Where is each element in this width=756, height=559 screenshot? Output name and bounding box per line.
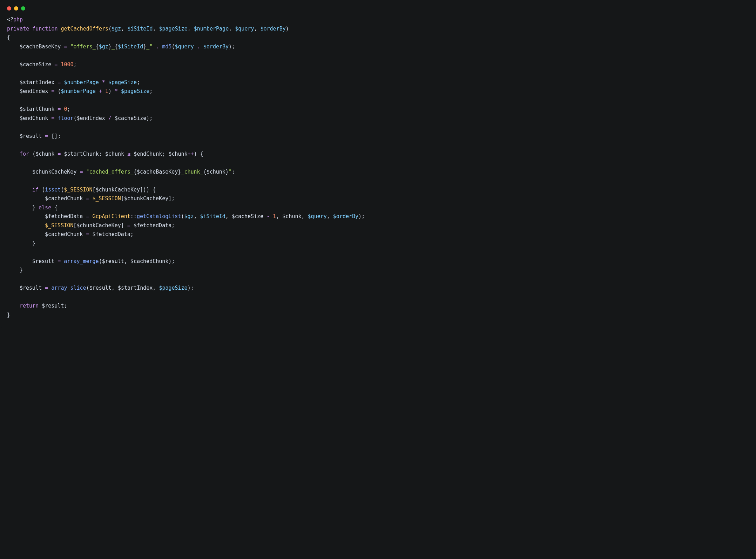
code-token: getCachedOffers	[61, 26, 108, 32]
code-token: (	[61, 187, 64, 193]
code-token: $numberPage	[194, 26, 229, 32]
code-token: (	[74, 115, 77, 121]
code-line: $startIndex = $numberPage * $pageSize;	[7, 78, 749, 87]
code-token: $orderBy	[203, 43, 229, 50]
code-token: $gz	[99, 43, 108, 50]
code-token: =	[54, 79, 64, 86]
code-token: "offers_	[70, 43, 96, 50]
minimize-icon[interactable]	[14, 6, 18, 11]
code-line: $endChunk = floor($endIndex / $cacheSize…	[7, 114, 749, 123]
code-token: }	[20, 267, 23, 273]
code-line: $result = [];	[7, 132, 749, 141]
code-token: array_slice	[51, 285, 86, 291]
code-token: ,	[276, 213, 282, 220]
code-token: }	[7, 312, 10, 318]
code-token: $gz	[184, 213, 194, 220]
code-line: }	[7, 239, 749, 248]
code-line: {	[7, 33, 749, 42]
code-token: $result	[42, 303, 64, 309]
code-token: md5	[162, 43, 171, 50]
code-token: ;	[99, 151, 105, 157]
code-token: ≤	[124, 151, 134, 157]
code-token: $chunkCacheKey	[124, 195, 168, 202]
code-token: $iSiteId	[118, 43, 143, 50]
code-token: ;	[232, 169, 235, 175]
code-token: =	[83, 213, 92, 220]
close-icon[interactable]	[7, 6, 11, 11]
code-token: (	[42, 187, 45, 193]
code-line	[7, 96, 749, 105]
code-token: {	[134, 169, 137, 175]
code-token: $pageSize	[108, 79, 137, 86]
code-token: $cacheSize	[232, 213, 263, 220]
code-token: )	[143, 187, 146, 193]
code-token: $gz	[112, 26, 121, 32]
code-line: } else {	[7, 203, 749, 213]
code-token: GcpApiClient	[92, 213, 130, 220]
code-line: $_SESSION[$chunkCacheKey] = $fetchedData…	[7, 221, 749, 230]
code-line: return $result;	[7, 302, 749, 311]
code-token: else	[39, 204, 51, 211]
code-token: $numberPage	[61, 88, 95, 94]
code-line: $result = array_merge($result, $cachedCh…	[7, 257, 749, 266]
code-token: $query	[175, 43, 194, 50]
code-token: =	[61, 43, 70, 50]
code-token: $cachedChunk	[130, 258, 168, 264]
code-line	[7, 248, 749, 257]
code-token: ,	[229, 26, 235, 32]
code-token: {	[203, 169, 207, 175]
code-line	[7, 141, 749, 150]
code-token: (	[172, 43, 175, 50]
code-token: $startChunk	[20, 106, 54, 112]
code-token: =	[51, 61, 61, 68]
code-token: ;	[64, 303, 67, 309]
code-token: {	[96, 43, 99, 50]
code-token: $endChunk	[134, 151, 162, 157]
code-token: $cachedChunk	[45, 231, 83, 237]
code-line	[7, 176, 749, 186]
code-token: }	[32, 204, 35, 211]
code-token: =	[54, 258, 64, 264]
window-titlebar	[0, 0, 756, 14]
code-token: if	[32, 187, 39, 193]
code-line: $endIndex = ($numberPage + 1) * $pageSiz…	[7, 87, 749, 96]
code-line: for ($chunk = $startChunk; $chunk ≤ $end…	[7, 150, 749, 159]
code-token: $_SESSION	[64, 187, 92, 193]
code-token: $pageSize	[121, 88, 149, 94]
code-token: for	[20, 151, 29, 157]
code-token: =	[54, 151, 64, 157]
code-token: =	[83, 231, 92, 237]
code-token: ;	[171, 222, 175, 229]
code-token: $startIndex	[118, 285, 153, 291]
zoom-icon[interactable]	[21, 6, 25, 11]
code-token: ;	[362, 213, 365, 220]
code-token: $result	[20, 285, 42, 291]
code-token: _chunk_	[181, 169, 203, 175]
code-token: ,	[121, 26, 127, 32]
code-token: ;	[149, 115, 153, 121]
code-token: $pageSize	[159, 285, 187, 291]
code-token: )	[146, 187, 149, 193]
code-token: $cacheSize	[115, 115, 146, 121]
code-token: )	[108, 88, 112, 94]
code-token: $orderBy	[261, 26, 286, 32]
code-token: php	[13, 16, 23, 23]
code-line: $fetchedData = GcpApiClient::getCatalogL…	[7, 212, 749, 221]
code-token: _"	[146, 43, 153, 50]
code-token: =	[54, 106, 64, 112]
code-token: return	[20, 303, 39, 309]
code-token: "	[229, 169, 232, 175]
code-token: $query	[308, 213, 327, 220]
code-token: }	[225, 169, 229, 175]
code-token: {	[200, 151, 203, 157]
code-editor[interactable]: <?phpprivate function getCachedOffers($g…	[0, 14, 756, 328]
code-token: (	[108, 26, 112, 32]
code-token: [	[121, 195, 124, 202]
code-token: )	[194, 151, 197, 157]
code-token: ,	[225, 213, 232, 220]
code-token: ]	[121, 222, 124, 229]
code-line: $cacheSize = 1000;	[7, 60, 749, 69]
code-token: $chunk	[105, 151, 124, 157]
code-token: )	[188, 285, 191, 291]
code-token: $iSiteId	[127, 26, 153, 32]
